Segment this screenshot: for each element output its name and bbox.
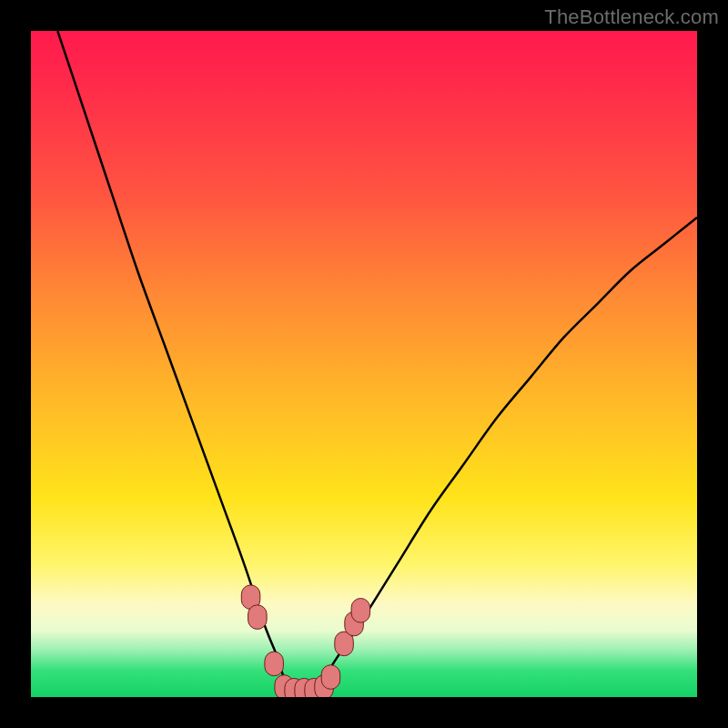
curve-marker bbox=[321, 665, 340, 690]
curve-marker bbox=[265, 652, 284, 676]
curve-marker bbox=[248, 605, 268, 630]
watermark-text: TheBottleneck.com bbox=[544, 5, 719, 29]
bottleneck-curve bbox=[57, 31, 697, 693]
plot-area bbox=[31, 31, 697, 697]
marker-group bbox=[241, 585, 369, 697]
curve-marker bbox=[351, 599, 370, 623]
chart-frame: TheBottleneck.com bbox=[0, 0, 728, 728]
chart-svg bbox=[31, 31, 697, 697]
